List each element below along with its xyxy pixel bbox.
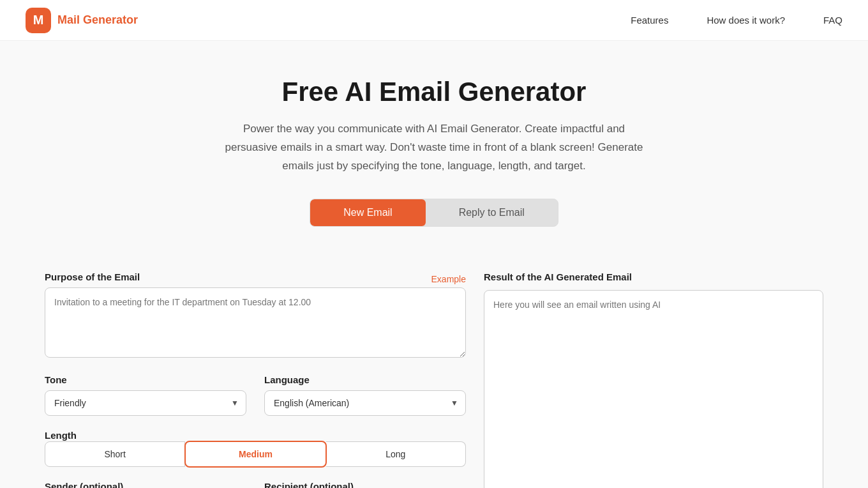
hero-section: Free AI Email Generator Power the way yo… bbox=[0, 41, 868, 252]
length-long[interactable]: Long bbox=[326, 441, 466, 467]
sender-label: Sender (optional) bbox=[45, 481, 246, 488]
purpose-label: Purpose of the Email bbox=[45, 271, 140, 282]
language-group: Language English (American) English (Bri… bbox=[264, 374, 466, 416]
sender-recipient-row: Sender (optional) Recipient (optional) bbox=[45, 481, 466, 488]
purpose-header: Purpose of the Email Example bbox=[45, 271, 466, 287]
recipient-label: Recipient (optional) bbox=[264, 481, 466, 488]
faq-link[interactable]: FAQ bbox=[823, 15, 842, 26]
language-select-wrapper: English (American) English (British) Spa… bbox=[264, 390, 466, 416]
features-link[interactable]: Features bbox=[631, 15, 668, 26]
purpose-input[interactable] bbox=[45, 287, 466, 358]
hero-subtitle: Power the way you communicate with AI Em… bbox=[223, 120, 645, 176]
logo-text: Mail Generator bbox=[57, 13, 138, 27]
language-select[interactable]: English (American) English (British) Spa… bbox=[264, 390, 466, 416]
tone-select-wrapper: Friendly Formal Casual Professional Pers… bbox=[45, 390, 246, 416]
sender-group: Sender (optional) bbox=[45, 481, 246, 488]
example-link[interactable]: Example bbox=[431, 274, 466, 284]
page-title: Free AI Email Generator bbox=[13, 77, 855, 107]
result-header: Result of the AI Generated Email bbox=[484, 271, 823, 282]
navbar-links: Features How does it work? FAQ bbox=[631, 15, 842, 26]
tab-new-email[interactable]: New Email bbox=[310, 199, 425, 226]
how-it-works-link[interactable]: How does it work? bbox=[707, 15, 785, 26]
length-short[interactable]: Short bbox=[45, 441, 185, 467]
tone-language-row: Tone Friendly Formal Casual Professional… bbox=[45, 374, 466, 416]
tone-label: Tone bbox=[45, 374, 246, 385]
result-textarea[interactable] bbox=[484, 290, 823, 488]
purpose-section: Purpose of the Email Example bbox=[45, 271, 466, 360]
tab-toggle: New Email Reply to Email bbox=[310, 199, 558, 227]
length-section: Length Short Medium Long bbox=[45, 430, 466, 467]
navbar: M Mail Generator Features How does it wo… bbox=[0, 0, 868, 41]
logo: M Mail Generator bbox=[26, 8, 138, 33]
right-panel: Result of the AI Generated Email ⧉ Copy … bbox=[484, 271, 823, 488]
tone-select[interactable]: Friendly Formal Casual Professional Pers… bbox=[45, 390, 246, 416]
length-buttons: Short Medium Long bbox=[45, 441, 466, 467]
logo-icon: M bbox=[26, 8, 51, 33]
main-content: Purpose of the Email Example Tone Friend… bbox=[19, 252, 849, 488]
length-medium[interactable]: Medium bbox=[184, 441, 326, 468]
tone-group: Tone Friendly Formal Casual Professional… bbox=[45, 374, 246, 416]
recipient-group: Recipient (optional) bbox=[264, 481, 466, 488]
left-panel: Purpose of the Email Example Tone Friend… bbox=[45, 271, 466, 488]
length-label: Length bbox=[45, 430, 77, 441]
tab-reply-email[interactable]: Reply to Email bbox=[426, 199, 558, 226]
language-label: Language bbox=[264, 374, 466, 385]
